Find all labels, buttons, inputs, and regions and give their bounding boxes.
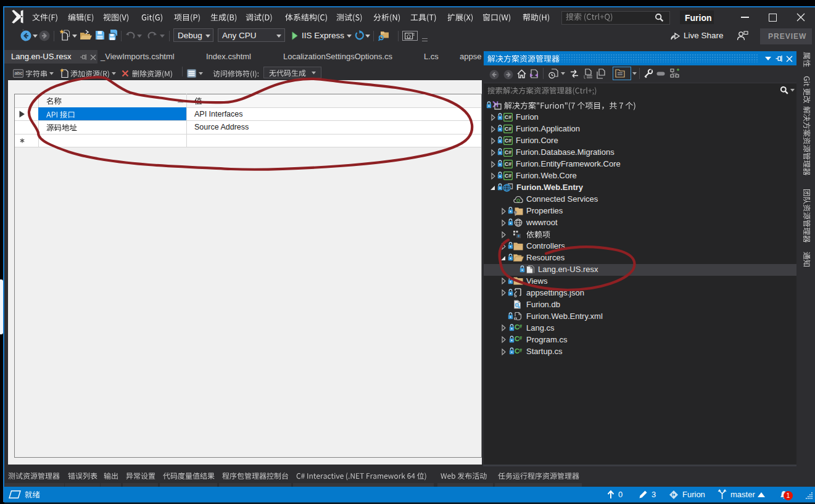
svg-text:C#: C# xyxy=(505,138,511,144)
svg-text:C#: C# xyxy=(505,114,511,120)
svg-text:C#: C# xyxy=(505,161,511,167)
svg-text:C#: C# xyxy=(505,126,511,132)
svg-text:C#: C# xyxy=(505,149,511,155)
svg-text:C#: C# xyxy=(505,173,511,179)
